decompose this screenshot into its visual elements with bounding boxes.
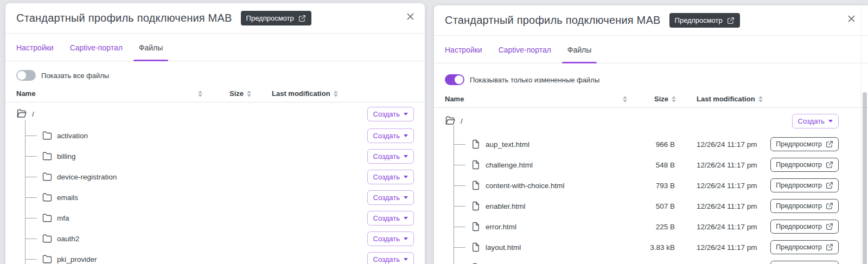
close-icon xyxy=(406,12,415,21)
row-preview-button[interactable]: Предпросмотр xyxy=(770,199,839,213)
create-button-label: Создать xyxy=(798,117,825,125)
tab-bar: Настройки Captive-портал Файлы xyxy=(434,36,868,63)
chevron-down-icon xyxy=(404,217,408,220)
chevron-down-icon xyxy=(404,176,408,178)
column-header-size[interactable]: Size xyxy=(202,89,251,98)
file-modified: 12/26/24 11:17 pm xyxy=(676,182,768,190)
tab-settings[interactable]: Настройки xyxy=(445,36,482,63)
row-preview-button[interactable]: Предпросмотр xyxy=(770,137,839,151)
column-header-last-modification[interactable]: Last modification xyxy=(676,95,768,103)
show-changed-files-toggle[interactable] xyxy=(445,74,464,85)
row-preview-label: Предпросмотр xyxy=(776,182,822,189)
preview-button[interactable]: Предпросмотр xyxy=(241,11,311,25)
external-link-icon xyxy=(826,161,833,169)
chevron-down-icon xyxy=(404,258,408,261)
last-modification-column-label: Last modification xyxy=(272,89,330,98)
row-preview-button[interactable]: Предпросмотр xyxy=(770,240,839,254)
tab-files[interactable]: Файлы xyxy=(139,34,163,61)
tab-settings[interactable]: Настройки xyxy=(16,34,54,61)
folder-name: activation xyxy=(57,132,88,140)
size-column-label: Size xyxy=(229,89,244,98)
column-header-name[interactable]: Name xyxy=(16,89,202,98)
row-preview-button[interactable]: Предпросмотр xyxy=(770,158,839,172)
root-name: / xyxy=(461,117,463,125)
create-button[interactable]: Создать xyxy=(367,231,414,246)
preview-button-label: Предпросмотр xyxy=(675,16,723,24)
file-modified: 12/26/24 11:17 pm xyxy=(676,140,768,149)
file-name: challenge.html xyxy=(486,161,533,169)
row-preview-label: Предпросмотр xyxy=(776,161,822,169)
file-tree: / Создать activation Создать xyxy=(5,102,425,264)
tree-row-file: content-with-choice.html 793 B 12/26/24 … xyxy=(445,175,839,196)
row-preview-button[interactable]: Предпросмотр xyxy=(770,261,839,264)
show-all-files-toggle[interactable] xyxy=(16,70,36,81)
sort-icon xyxy=(758,96,763,102)
create-button-label: Создать xyxy=(373,255,400,263)
tab-files[interactable]: Файлы xyxy=(567,36,591,63)
root-name: / xyxy=(32,110,34,118)
sort-icon xyxy=(334,91,338,97)
show-all-files-toggle-row: Показать все файлы xyxy=(16,70,414,81)
create-button[interactable]: Создать xyxy=(367,149,414,164)
row-preview-label: Предпросмотр xyxy=(776,243,822,251)
scrollbar-thumb[interactable] xyxy=(863,92,867,264)
tab-captive-portal[interactable]: Captive-портал xyxy=(499,36,551,63)
create-button[interactable]: Создать xyxy=(367,107,414,121)
sort-icon xyxy=(198,91,202,97)
chevron-down-icon xyxy=(404,155,408,158)
folder-icon xyxy=(42,131,52,140)
create-button[interactable]: Создать xyxy=(367,252,414,264)
chevron-down-icon xyxy=(404,113,408,115)
tree-row-folder: activation Создать xyxy=(16,125,414,146)
folder-name: oauth2 xyxy=(57,235,79,243)
connection-profile-dialog-left: Стандартный профиль подключения MAB Пред… xyxy=(5,3,425,264)
tab-captive-portal[interactable]: Captive-портал xyxy=(70,34,123,61)
file-size: 548 B xyxy=(627,161,676,169)
close-button[interactable] xyxy=(406,12,415,21)
create-button[interactable]: Создать xyxy=(367,128,414,143)
folder-icon xyxy=(42,234,52,243)
tree-row-root: / Создать xyxy=(16,102,414,125)
column-header-last-modification[interactable]: Last modification xyxy=(251,89,343,98)
show-changed-files-toggle-row: Показывать только измененные файлы xyxy=(445,74,860,85)
scrollbar-track xyxy=(861,5,861,264)
file-icon xyxy=(471,139,481,149)
row-preview-label: Предпросмотр xyxy=(776,140,822,148)
create-button-label: Создать xyxy=(373,194,400,202)
external-link-icon xyxy=(826,140,833,148)
create-button-label: Создать xyxy=(373,152,400,160)
column-header-size[interactable]: Size xyxy=(627,95,676,103)
row-preview-button[interactable]: Предпросмотр xyxy=(770,220,839,234)
tree-row-folder: oauth2 Создать xyxy=(16,228,414,249)
file-tree: / Создать aup_text.html 966 B 12/26/24 1… xyxy=(434,108,868,264)
create-button-label: Создать xyxy=(373,235,400,243)
close-icon xyxy=(847,14,856,23)
chevron-down-icon xyxy=(404,134,408,137)
dialog-header: Стандартный профиль подключения MAB Пред… xyxy=(5,3,425,34)
file-size: 225 B xyxy=(627,223,676,231)
external-link-icon xyxy=(727,17,735,24)
tree-row-file: error.html 225 B 12/26/24 11:17 pm Предп… xyxy=(445,216,839,237)
name-column-label: Name xyxy=(16,89,35,98)
row-preview-button[interactable]: Предпросмотр xyxy=(770,178,839,192)
create-button[interactable]: Создать xyxy=(792,114,839,128)
file-icon xyxy=(471,160,481,170)
create-button[interactable]: Создать xyxy=(367,170,414,184)
file-size: 3.83 kB xyxy=(627,243,676,252)
dialog-title: Стандартный профиль подключения MAB xyxy=(16,12,232,24)
name-column-label: Name xyxy=(445,95,464,103)
tab-bar: Настройки Captive-портал Файлы xyxy=(5,34,425,61)
file-table-header: Name Size Last modification xyxy=(434,93,868,108)
preview-button[interactable]: Предпросмотр xyxy=(669,13,740,28)
file-table-header: Name Size Last modification xyxy=(5,87,425,102)
create-button[interactable]: Создать xyxy=(367,211,414,226)
file-name: aup_text.html xyxy=(486,140,529,149)
folder-icon xyxy=(42,254,52,264)
create-button-label: Создать xyxy=(373,132,400,140)
tree-row-file: aup_text.html 966 B 12/26/24 11:17 pm Пр… xyxy=(445,134,839,154)
column-header-name[interactable]: Name xyxy=(445,95,627,103)
file-size: 966 B xyxy=(627,140,676,149)
create-button[interactable]: Создать xyxy=(367,190,414,205)
close-button[interactable] xyxy=(847,14,856,23)
chevron-down-icon xyxy=(404,237,408,240)
